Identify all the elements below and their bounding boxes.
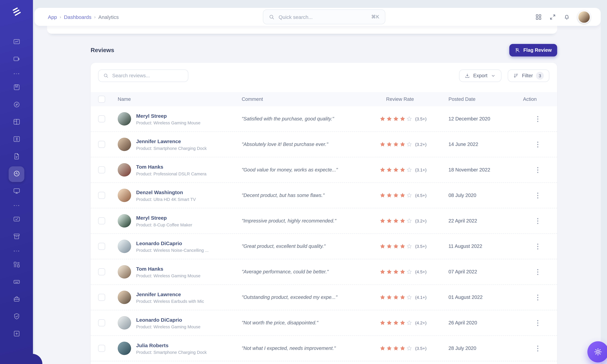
sidebar-item-file-chart[interactable] bbox=[9, 149, 24, 165]
sidebar-item-briefcase[interactable] bbox=[9, 292, 24, 308]
row-product: Product: Wireless Noise-Cancelling ... bbox=[136, 248, 209, 252]
user-avatar[interactable] bbox=[578, 10, 591, 24]
sidebar-item-keyboard[interactable] bbox=[9, 275, 24, 290]
rating-value: (3.5+) bbox=[415, 346, 426, 351]
reviewer-cell: Leonardo DiCaprio Product: Wireless Gami… bbox=[118, 316, 242, 330]
table-row: Tom Hanks Product: Wireless Gaming Mouse… bbox=[91, 259, 557, 285]
row-checkbox[interactable] bbox=[98, 115, 105, 122]
row-comment: "Outstanding product, exceeded my expe..… bbox=[242, 294, 380, 301]
row-comment: "Impressive product, highly recommended.… bbox=[242, 218, 380, 224]
reviewer-cell: Meryl Streep Product: 8-Cup Coffee Maker bbox=[118, 214, 242, 228]
select-all-checkbox[interactable] bbox=[98, 96, 105, 103]
star-filled-icon bbox=[380, 218, 385, 224]
row-actions-kebab-icon[interactable] bbox=[533, 242, 542, 251]
row-actions-kebab-icon[interactable] bbox=[533, 267, 542, 276]
row-comment: "Not what I expected, needs improvement.… bbox=[242, 345, 380, 352]
receipt-bolt-icon bbox=[13, 55, 20, 64]
row-actions-kebab-icon[interactable] bbox=[533, 140, 542, 149]
row-actions-kebab-icon[interactable] bbox=[533, 217, 542, 225]
settings-fab-button[interactable] bbox=[587, 341, 607, 363]
row-checkbox[interactable] bbox=[98, 243, 105, 250]
mail-edit-icon bbox=[13, 215, 20, 224]
row-actions-kebab-icon[interactable] bbox=[533, 293, 542, 302]
row-product: Product: Smartphone Charging Dock bbox=[136, 350, 207, 354]
row-actions-kebab-icon[interactable] bbox=[533, 318, 542, 327]
sidebar-item-mail-edit[interactable] bbox=[9, 212, 24, 228]
row-product: Product: Wireless Gaming Mouse bbox=[136, 324, 200, 329]
row-product: Product: Ultra HD 4K Smart TV bbox=[136, 197, 196, 201]
sidebar-item-square-plus[interactable] bbox=[9, 326, 24, 342]
sidebar-item-sigma-table[interactable] bbox=[9, 132, 24, 148]
avatar bbox=[118, 112, 131, 126]
reviews-toolbar: Search reviews... Export Filter 3 bbox=[91, 63, 557, 92]
star-filled-icon bbox=[393, 269, 399, 275]
square-plus-icon bbox=[13, 330, 20, 339]
sidebar-item-receipt-bolt[interactable] bbox=[9, 52, 24, 67]
review-rate-cell: (3.2+) bbox=[380, 142, 449, 147]
review-rate-cell: (4.1+) bbox=[380, 295, 449, 300]
sidebar-item-archive-box[interactable] bbox=[9, 229, 24, 245]
reviewer-cell: Jennifer Lawrence Product: Wireless Earb… bbox=[118, 291, 242, 304]
row-checkbox[interactable] bbox=[98, 217, 105, 224]
row-comment: "Absolutely love it! Best purchase ever.… bbox=[242, 141, 380, 148]
star-empty-icon bbox=[407, 193, 412, 198]
row-actions-kebab-icon[interactable] bbox=[533, 191, 542, 200]
row-checkbox[interactable] bbox=[98, 141, 105, 148]
avatar bbox=[118, 163, 131, 177]
star-empty-icon bbox=[407, 167, 412, 173]
avatar bbox=[118, 189, 131, 202]
row-checkbox[interactable] bbox=[98, 294, 105, 301]
apps-grid-icon[interactable] bbox=[535, 13, 542, 20]
row-checkbox[interactable] bbox=[98, 192, 105, 199]
star-rating bbox=[380, 244, 412, 249]
table-header: Name Comment Review Rate Posted Date Act… bbox=[91, 92, 557, 106]
rating-value: (4.2+) bbox=[415, 320, 426, 325]
sidebar-item-chart-line[interactable] bbox=[9, 34, 24, 50]
row-checkbox[interactable] bbox=[98, 345, 105, 352]
row-actions-kebab-icon[interactable] bbox=[533, 166, 542, 174]
row-checkbox[interactable] bbox=[98, 166, 105, 173]
fullscreen-icon[interactable] bbox=[549, 13, 556, 20]
star-filled-icon bbox=[380, 269, 385, 275]
sidebar-item-shield-check[interactable] bbox=[9, 309, 24, 325]
star-filled-icon bbox=[386, 244, 392, 249]
sidebar-item-gauge-clock[interactable] bbox=[9, 166, 24, 182]
row-date: 18 November 2022 bbox=[449, 167, 523, 173]
sidebar-item-compass[interactable] bbox=[9, 97, 24, 113]
sidebar-item-book[interactable] bbox=[9, 80, 24, 96]
star-filled-icon bbox=[380, 116, 385, 122]
row-checkbox[interactable] bbox=[98, 268, 105, 275]
sidebar-item-monitor[interactable] bbox=[9, 183, 24, 199]
breadcrumb-dashboards[interactable]: Dashboards bbox=[64, 14, 91, 20]
flag-review-button[interactable]: Flag Review bbox=[509, 44, 557, 56]
table-row: Denzel Washington Product: Ultra HD 4K S… bbox=[91, 182, 557, 208]
bell-icon[interactable] bbox=[563, 13, 570, 20]
sidebar-item-grid-squares[interactable] bbox=[9, 257, 24, 273]
avatar bbox=[118, 214, 131, 228]
archive-box-icon bbox=[13, 233, 20, 241]
row-checkbox[interactable] bbox=[98, 319, 105, 326]
star-empty-icon bbox=[407, 269, 412, 275]
row-product: Product: Wireless Gaming Mouse bbox=[136, 273, 200, 278]
star-filled-icon bbox=[380, 244, 385, 249]
row-actions-kebab-icon[interactable] bbox=[533, 115, 542, 123]
star-filled-icon bbox=[380, 193, 385, 198]
export-label: Export bbox=[473, 73, 488, 78]
gauge-clock-icon bbox=[13, 170, 20, 179]
column-posted-date: Posted Date bbox=[449, 97, 523, 102]
review-rate-cell: (3.5+) bbox=[380, 346, 449, 351]
search-reviews-input[interactable]: Search reviews... bbox=[98, 69, 188, 82]
export-button[interactable]: Export bbox=[459, 69, 501, 82]
app-root: App › Dashboards › Analytics Quick searc… bbox=[0, 0, 607, 364]
filter-button[interactable]: Filter 3 bbox=[508, 69, 549, 82]
avatar bbox=[118, 342, 131, 355]
sidebar-item-kanban[interactable] bbox=[9, 115, 24, 130]
table-row: Jennifer Lawrence Product: Wireless Earb… bbox=[91, 285, 557, 310]
page-head: Reviews Flag Review bbox=[91, 44, 557, 58]
quick-search-input[interactable]: Quick search... ⌘K bbox=[263, 9, 385, 25]
row-actions-kebab-icon[interactable] bbox=[533, 344, 542, 353]
table-row: Leonardo DiCaprio Product: Wireless Nois… bbox=[91, 234, 557, 259]
brand-logo-icon[interactable] bbox=[11, 6, 22, 17]
star-filled-icon bbox=[393, 244, 399, 249]
breadcrumb-app[interactable]: App bbox=[48, 14, 57, 20]
